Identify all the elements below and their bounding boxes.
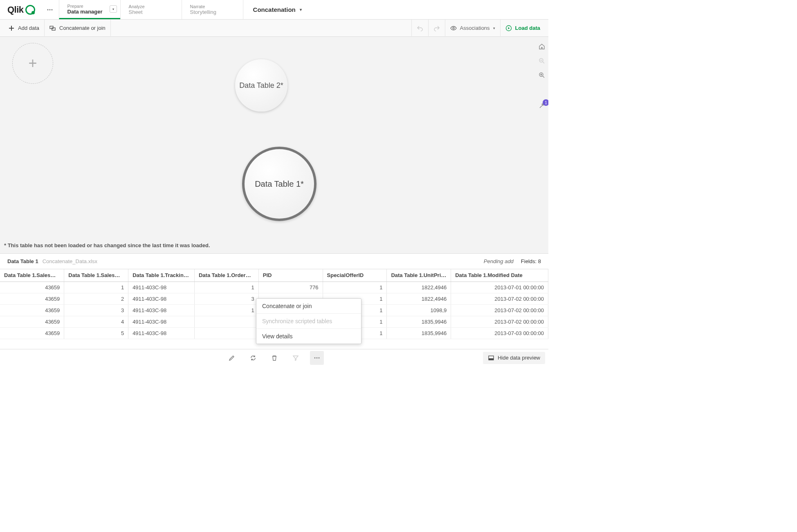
ctx-view-details[interactable]: View details [256,329,361,344]
hide-preview-label: Hide data preview [498,355,540,361]
col-header-0[interactable]: Data Table 1.SalesOr… [0,269,64,282]
table-cell: 1098,9 [387,304,451,316]
col-header-1[interactable]: Data Table 1.SalesOr… [64,269,128,282]
filter-icon [292,355,299,361]
ctx-concatenate-or-join[interactable]: Concatenate or join [256,299,361,314]
table-cell: 4 [64,316,128,327]
nav-tab-analyze[interactable]: Analyze Sheet [120,0,182,19]
table-cell: 4911-403C-98 [128,327,195,339]
canvas-side-tools: 1 [539,43,545,110]
table-cell: 5 [64,327,128,339]
col-header-2[interactable]: Data Table 1.Tracking… [128,269,195,282]
table-cell: 2 [64,293,128,304]
hide-preview-button[interactable]: Hide data preview [483,352,545,364]
col-header-6[interactable]: Data Table 1.UnitPrice [387,269,451,282]
col-header-3[interactable]: Data Table 1.OrderQty [194,269,258,282]
svg-rect-13 [489,358,494,360]
table-cell: 776 [258,282,323,293]
bubble-1-label: Data Table 1* [255,179,304,189]
table-cell: 2013-07-01 00:00:00 [451,282,548,293]
logo-q-icon [25,5,35,15]
table-cell: 43659 [0,293,64,304]
app-name: Concatenation [253,6,296,13]
logo: Qlik [7,4,35,15]
chevron-down-icon[interactable]: ▾ [110,5,117,13]
associations-canvas[interactable]: + Data Table 2* Data Table 1* 1 * This t… [0,37,548,253]
table-cell: 2013-07-02 00:00:00 [451,293,548,304]
pending-add-label: Pending add [484,258,514,264]
table-row[interactable]: 4365914911-403C-98177611822,49462013-07-… [0,282,548,293]
table-cell: 1 [194,304,258,316]
nav-narrate-main: Storytelling [190,9,235,15]
preview-table-name: Data Table 1 [7,258,38,264]
panel-icon [488,355,494,361]
nav-analyze-label: Analyze [129,4,173,9]
load-data-button[interactable]: Load data [500,20,545,37]
home-button[interactable] [539,43,545,51]
table-cell [194,316,258,327]
logo-area: Qlik [0,0,41,19]
table-cell: 1 [323,282,387,293]
app-name-dropdown[interactable]: Concatenation ▾ [243,0,312,19]
refresh-icon [250,355,256,361]
more-icon [47,7,53,13]
table-bubble-2[interactable]: Data Table 2* [235,59,287,112]
table-cell: 4911-403C-98 [128,316,195,327]
associations-dropdown[interactable]: Associations ▾ [445,20,500,37]
table-cell: 2013-07-02 00:00:00 [451,304,548,316]
col-header-7[interactable]: Data Table 1.Modified Date [451,269,548,282]
recommendations-button[interactable]: 1 [539,103,545,110]
table-cell: 43659 [0,282,64,293]
table-cell: 1 [194,282,258,293]
table-cell: 2013-07-02 00:00:00 [451,316,548,327]
fields-count: Fields: 8 [521,258,541,264]
table-cell: 43659 [0,316,64,327]
add-data-button[interactable]: Add data [3,20,45,37]
nav-narrate-label: Narrate [190,4,235,9]
trash-icon [271,355,278,361]
svg-point-1 [49,9,50,10]
col-header-4[interactable]: PID [258,269,323,282]
plus-icon [8,25,15,31]
nav-tab-narrate[interactable]: Narrate Storytelling [182,0,243,19]
table-cell: 1 [64,282,128,293]
delete-button[interactable] [267,351,281,365]
svg-point-10 [316,357,317,358]
chevron-down-icon: ▾ [493,26,495,30]
zoom-out-icon [539,58,545,64]
ctx-synchronize-scripted: Synchronize scripted tables [256,314,361,329]
table-cell: 3 [64,304,128,316]
eye-icon [450,25,457,31]
bottom-bar: Hide data preview [0,349,548,366]
table-cell: 2013-07-03 00:00:00 [451,327,548,339]
col-header-5[interactable]: SpecialOfferID [323,269,387,282]
redo-button[interactable] [428,20,445,37]
table-cell: 3 [194,293,258,304]
zoom-in-icon [539,72,545,78]
svg-point-0 [47,9,48,10]
table-cell: 1835,9946 [387,316,451,327]
zoom-out-button[interactable] [539,58,545,65]
preview-file-name: Concatenate_Data.xlsx [43,258,97,264]
table-cell: 4911-403C-98 [128,282,195,293]
svg-point-11 [318,357,319,358]
undo-icon [417,25,423,31]
add-table-bubble[interactable]: + [12,43,53,84]
nav-tab-prepare[interactable]: Prepare Data manager ▾ [59,0,120,19]
global-menu-button[interactable] [41,0,59,19]
more-actions-button[interactable] [310,351,324,365]
edit-button[interactable] [225,351,239,365]
table-cell: 4911-403C-98 [128,293,195,304]
table-bubble-1[interactable]: Data Table 1* [242,147,317,221]
reload-button[interactable] [246,351,260,365]
pencil-icon [229,355,235,361]
table-cell: 43659 [0,327,64,339]
table-cell: 4911-403C-98 [128,304,195,316]
plus-icon: + [28,55,37,72]
concatenate-button[interactable]: Concatenate or join [45,20,111,37]
svg-point-9 [314,357,315,358]
table-cell: 43659 [0,304,64,316]
zoom-in-button[interactable] [539,72,545,80]
table-cell: 1822,4946 [387,293,451,304]
undo-button[interactable] [411,20,428,37]
